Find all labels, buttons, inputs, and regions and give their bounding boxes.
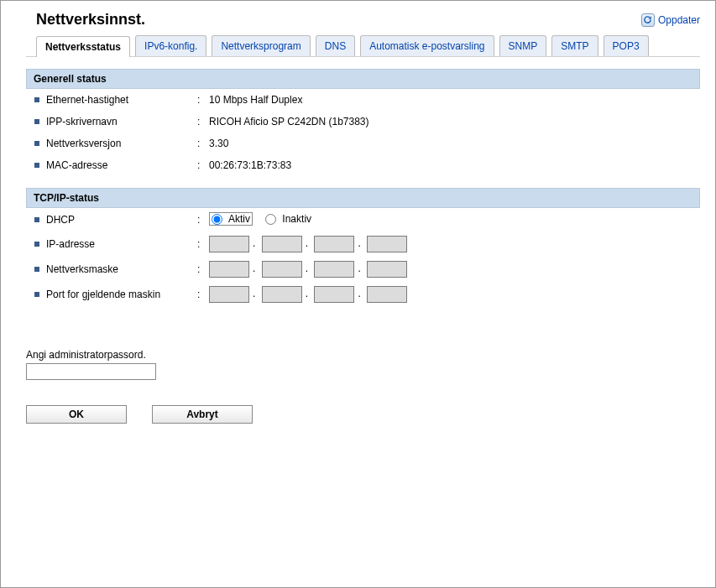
colon: :: [197, 214, 209, 226]
refresh-button[interactable]: Oppdater: [641, 13, 700, 27]
colon: :: [197, 159, 209, 171]
bullet-icon: [34, 217, 39, 222]
row-network-version: Nettverksversjon : 3.30: [26, 133, 700, 154]
gateway-octet-1[interactable]: [209, 286, 249, 303]
network-version-label: Nettverksversjon: [46, 138, 197, 149]
cancel-button[interactable]: Avbryt: [152, 405, 253, 424]
bullet-icon: [34, 292, 39, 297]
general-status-header: Generell status: [26, 69, 700, 89]
admin-password-input[interactable]: [26, 363, 156, 380]
mask-label: Nettverksmaske: [46, 263, 197, 275]
mask-octet-3[interactable]: [314, 261, 354, 278]
ip-label: IP-adresse: [46, 238, 197, 250]
dhcp-label: DHCP: [46, 214, 197, 226]
colon: :: [197, 289, 209, 300]
dhcp-inactive-label: Inaktiv: [282, 213, 311, 225]
tab-ipv6-config[interactable]: IPv6-konfig.: [135, 35, 206, 56]
row-mac-address: MAC-adresse : 00:26:73:1B:73:83: [26, 154, 700, 176]
ipp-name-value: RICOH Aficio SP C242DN (1b7383): [209, 116, 700, 127]
bullet-icon: [34, 141, 39, 146]
ipp-name-label: IPP-skrivernavn: [46, 116, 197, 127]
gateway-label: Port for gjeldende maskin: [46, 289, 197, 300]
mask-octet-4[interactable]: [367, 261, 407, 278]
colon: :: [197, 238, 209, 250]
dhcp-inactive-radio[interactable]: [265, 214, 276, 225]
row-subnet-mask: Nettverksmaske : . . .: [26, 257, 700, 282]
network-version-value: 3.30: [209, 138, 700, 149]
ip-octet-3[interactable]: [314, 236, 354, 252]
tab-pop3[interactable]: POP3: [604, 35, 649, 56]
bullet-icon: [34, 119, 39, 124]
row-gateway: Port for gjeldende maskin : . . .: [26, 282, 700, 307]
colon: :: [197, 94, 209, 106]
colon: :: [197, 138, 209, 149]
dhcp-inactive-option[interactable]: Inaktiv: [265, 213, 311, 225]
refresh-icon: [641, 13, 655, 27]
tab-network-program[interactable]: Nettverksprogram: [212, 35, 310, 56]
mac-label: MAC-adresse: [46, 159, 197, 171]
row-ethernet-speed: Ethernet-hastighet : 10 Mbps Half Duplex: [26, 89, 700, 111]
ip-octet-1[interactable]: [209, 236, 249, 252]
row-ip-address: IP-adresse : . . .: [26, 232, 700, 257]
ip-octet-2[interactable]: [262, 236, 302, 252]
bullet-icon: [34, 97, 39, 102]
tab-auto-email[interactable]: Automatisk e-postvarsling: [360, 35, 494, 56]
gateway-octet-4[interactable]: [367, 286, 407, 303]
ethernet-speed-label: Ethernet-hastighet: [46, 94, 197, 106]
tab-snmp[interactable]: SNMP: [499, 35, 547, 56]
row-dhcp: DHCP : Aktiv Inaktiv: [26, 208, 700, 232]
bullet-icon: [34, 242, 39, 247]
gateway-octet-2[interactable]: [262, 286, 302, 303]
admin-password-prompt: Angi administratorpassord.: [26, 349, 700, 361]
gateway-octet-3[interactable]: [314, 286, 354, 303]
bullet-icon: [34, 267, 39, 272]
tcpip-status-header: TCP/IP-status: [26, 188, 700, 208]
ip-octet-4[interactable]: [367, 236, 407, 252]
bullet-icon: [34, 163, 39, 168]
dhcp-active-radio[interactable]: [212, 214, 222, 225]
colon: :: [197, 263, 209, 275]
ok-button[interactable]: OK: [26, 405, 127, 424]
mask-octet-2[interactable]: [262, 261, 302, 278]
tab-dns[interactable]: DNS: [316, 35, 355, 56]
dhcp-active-label: Aktiv: [228, 213, 250, 225]
row-ipp-name: IPP-skrivernavn : RICOH Aficio SP C242DN…: [26, 111, 700, 133]
tabs: Nettverksstatus IPv6-konfig. Nettverkspr…: [26, 35, 700, 57]
tab-smtp[interactable]: SMTP: [551, 35, 598, 56]
refresh-label: Oppdater: [658, 14, 700, 26]
page-title: Nettverksinnst.: [36, 11, 145, 29]
mac-value: 00:26:73:1B:73:83: [209, 159, 700, 171]
colon: :: [197, 116, 209, 127]
dhcp-active-option[interactable]: Aktiv: [209, 212, 253, 226]
ethernet-speed-value: 10 Mbps Half Duplex: [209, 94, 700, 106]
tab-network-status[interactable]: Nettverksstatus: [36, 36, 130, 57]
mask-octet-1[interactable]: [209, 261, 249, 278]
